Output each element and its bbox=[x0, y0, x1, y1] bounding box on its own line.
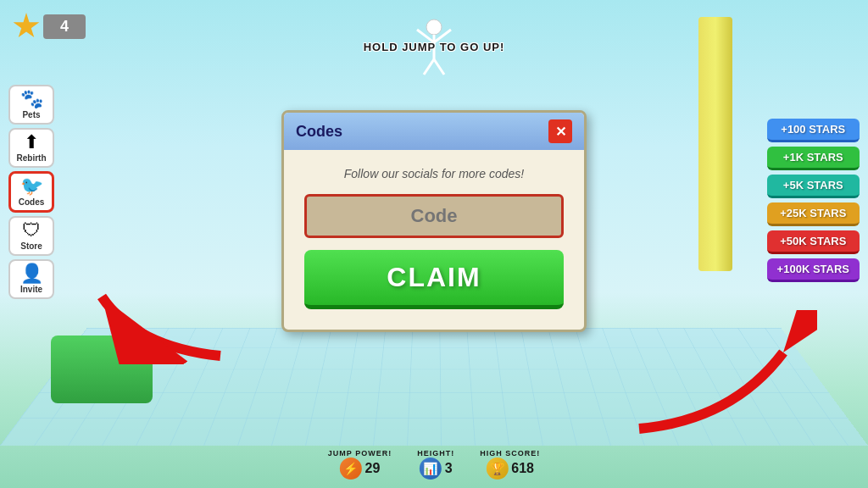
height-value: 3 bbox=[445, 461, 453, 476]
modal-body: Follow our socials for more codes! CLAIM bbox=[284, 150, 584, 330]
codes-modal: Codes ✕ Follow our socials for more code… bbox=[281, 110, 587, 332]
rebirth-label: Rebirth bbox=[17, 153, 47, 163]
modal-close-button[interactable]: ✕ bbox=[548, 119, 572, 143]
jump-power-display: ⚡ 29 bbox=[340, 458, 381, 480]
claim-button[interactable]: CLAIM bbox=[304, 250, 564, 309]
hud-height: HEIGHT! 📊 3 bbox=[417, 449, 454, 480]
star-counter: 4 bbox=[13, 13, 86, 40]
code-input-wrapper bbox=[304, 194, 564, 238]
height-label: HEIGHT! bbox=[417, 449, 454, 458]
high-score-icon: 🏆 bbox=[486, 458, 508, 480]
yellow-pillar bbox=[698, 17, 732, 271]
hud-high-score: HIGH SCORE! 🏆 618 bbox=[480, 449, 540, 480]
right-sidebar: +100 STARS +1K STARS +5K STARS +25K STAR… bbox=[767, 119, 860, 282]
bottom-hud: JUMP POWER! ⚡ 29 HEIGHT! 📊 3 HIGH SCORE!… bbox=[328, 449, 540, 480]
bonus-btn-1kstars[interactable]: +1K STARS bbox=[767, 147, 860, 170]
code-input[interactable] bbox=[319, 205, 549, 227]
star-count: 4 bbox=[43, 14, 86, 39]
modal-title: Codes bbox=[296, 123, 342, 141]
jump-power-value: 29 bbox=[365, 461, 381, 476]
store-icon: 🛡 bbox=[22, 221, 41, 240]
jump-power-label: JUMP POWER! bbox=[328, 449, 392, 458]
pets-icon: 🐾 bbox=[20, 90, 43, 108]
sidebar-item-pets[interactable]: 🐾 Pets bbox=[8, 85, 54, 125]
left-sidebar: 🐾 Pets ⬆ Rebirth 🐦 Codes 🛡 Store 👤 Invit… bbox=[8, 85, 54, 299]
sidebar-item-invite[interactable]: 👤 Invite bbox=[8, 259, 54, 299]
sidebar-item-store[interactable]: 🛡 Store bbox=[8, 216, 54, 256]
sidebar-item-codes[interactable]: 🐦 Codes bbox=[8, 171, 54, 213]
svg-line-4 bbox=[424, 59, 434, 75]
rebirth-icon: ⬆ bbox=[24, 133, 39, 152]
jump-power-icon: ⚡ bbox=[340, 458, 362, 480]
high-score-display: 🏆 618 bbox=[486, 458, 534, 480]
hold-jump-hint: HOLD JUMP TO GO UP! bbox=[364, 41, 505, 53]
svg-line-5 bbox=[434, 59, 444, 75]
modal-subtitle: Follow our socials for more codes! bbox=[304, 167, 564, 180]
high-score-value: 618 bbox=[511, 461, 534, 476]
bonus-btn-100stars[interactable]: +100 STARS bbox=[767, 119, 860, 142]
height-display: 📊 3 bbox=[420, 458, 453, 480]
high-score-label: HIGH SCORE! bbox=[480, 449, 540, 458]
store-label: Store bbox=[20, 241, 42, 251]
pets-label: Pets bbox=[22, 110, 40, 119]
sidebar-item-rebirth[interactable]: ⬆ Rebirth bbox=[8, 128, 54, 168]
codes-label: Codes bbox=[19, 197, 45, 207]
hud-jump-power: JUMP POWER! ⚡ 29 bbox=[328, 449, 392, 480]
green-platform bbox=[51, 336, 153, 403]
bonus-btn-25kstars[interactable]: +25K STARS bbox=[767, 202, 860, 226]
codes-icon: 🐦 bbox=[20, 177, 43, 196]
svg-point-0 bbox=[426, 19, 442, 35]
bonus-btn-100kstars[interactable]: +100K STARS bbox=[767, 258, 860, 282]
invite-icon: 👤 bbox=[20, 264, 43, 283]
bonus-btn-50kstars[interactable]: +50K STARS bbox=[767, 230, 860, 254]
modal-header: Codes ✕ bbox=[284, 113, 584, 150]
bonus-btn-5kstars[interactable]: +5K STARS bbox=[767, 175, 860, 198]
star-icon bbox=[13, 13, 40, 40]
height-icon: 📊 bbox=[420, 458, 442, 480]
invite-label: Invite bbox=[20, 285, 42, 294]
